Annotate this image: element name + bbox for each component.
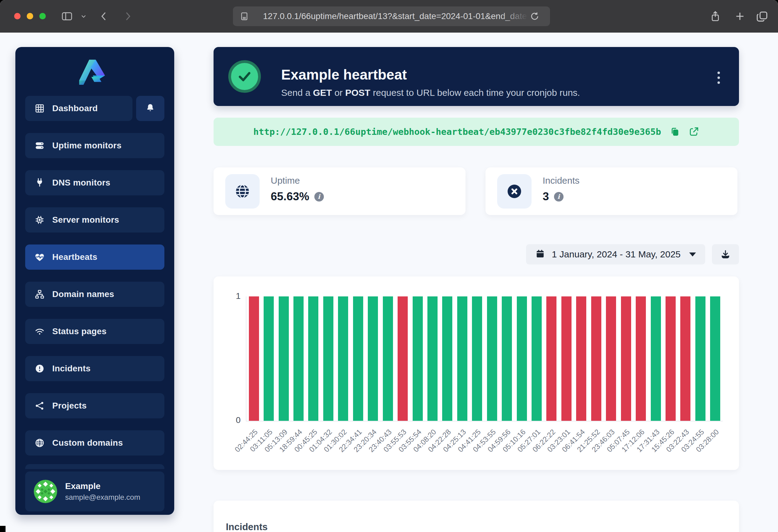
incidents-section-title: Incidents xyxy=(226,522,267,532)
status-bar-up[interactable] xyxy=(457,296,467,421)
main-content: Example heartbeat Send a GET or POST req… xyxy=(214,47,739,106)
heartbeat-menu-button[interactable] xyxy=(711,69,726,86)
status-bar-up[interactable] xyxy=(442,296,452,421)
heartbeat-header-card: Example heartbeat Send a GET or POST req… xyxy=(214,47,739,106)
chevron-down-icon[interactable] xyxy=(80,0,87,32)
sidebar-item-uptime-monitors[interactable]: Uptime monitors xyxy=(25,133,164,158)
bar-chart-plot xyxy=(246,296,723,422)
sidebar-item-incidents[interactable]: Incidents xyxy=(25,356,164,381)
forward-button[interactable] xyxy=(122,0,133,32)
bar-slot xyxy=(499,296,514,421)
app-logo xyxy=(15,57,174,87)
share-icon[interactable] xyxy=(709,0,721,32)
sidebar-item-heartbeats[interactable]: Heartbeats xyxy=(25,245,164,270)
status-bar-up[interactable] xyxy=(532,296,542,421)
status-bar-up[interactable] xyxy=(323,296,333,421)
status-bar-up[interactable] xyxy=(487,296,497,421)
status-bar-up[interactable] xyxy=(427,296,438,421)
status-bar-down[interactable] xyxy=(576,296,586,421)
status-bar-down[interactable] xyxy=(636,296,646,421)
subtitle-text: request to URL below each time your cron… xyxy=(370,88,580,98)
copy-icon[interactable] xyxy=(670,126,680,137)
uptime-chart-card: 1 0 02:44:2503:11:0505:13:0918:59:4400:4… xyxy=(214,276,739,470)
address-bar[interactable]: 127.0.0.1/66uptime/heartbeat/13?&start_d… xyxy=(233,6,550,26)
incidents-stat-card: Incidents 3 i xyxy=(485,167,737,215)
dns-plug-icon xyxy=(34,178,45,188)
sidebar-item-status-pages[interactable]: Status pages xyxy=(25,319,164,344)
download-button[interactable] xyxy=(712,244,739,264)
sidebar-item-label: Status pages xyxy=(52,327,106,336)
minimize-window-button[interactable] xyxy=(27,13,33,19)
status-bar-down[interactable] xyxy=(561,296,571,421)
status-bar-down[interactable] xyxy=(591,296,601,421)
external-link-icon[interactable] xyxy=(689,126,699,137)
bar-slot xyxy=(470,296,484,421)
heartbeat-icon xyxy=(34,252,45,262)
status-bar-up[interactable] xyxy=(710,296,720,421)
status-bar-up[interactable] xyxy=(695,296,705,421)
sidebar-item-label: Projects xyxy=(52,401,87,411)
status-bar-up[interactable] xyxy=(502,296,512,421)
sidebar-toggle-icon[interactable] xyxy=(61,0,73,32)
reload-icon[interactable] xyxy=(530,6,540,26)
tab-overview-icon[interactable] xyxy=(755,0,769,32)
status-bar-up[interactable] xyxy=(413,296,423,421)
sidebar-item-domain-names[interactable]: Domain names xyxy=(25,282,164,307)
status-bar-up[interactable] xyxy=(279,296,289,421)
sidebar-item-label: Custom domains xyxy=(52,438,123,448)
bar-slot xyxy=(693,296,708,421)
sidebar-item-custom-domains[interactable]: Custom domains xyxy=(25,430,164,455)
date-range-picker[interactable]: 1 January, 2024 - 31 May, 2025 xyxy=(526,244,705,264)
notifications-button[interactable] xyxy=(136,96,164,121)
sidebar-item-projects[interactable]: Projects xyxy=(25,393,164,418)
sidebar: DashboardUptime monitorsDNS monitorsServ… xyxy=(15,47,174,515)
bar-slot xyxy=(589,296,604,421)
sidebar-item-server-monitors[interactable]: Server monitors xyxy=(25,207,164,233)
profile-email: sample@example.com xyxy=(65,493,140,502)
status-bar-up[interactable] xyxy=(353,296,363,421)
status-bar-down[interactable] xyxy=(249,296,259,421)
status-bar-down[interactable] xyxy=(666,296,676,421)
bar-slot xyxy=(366,296,380,421)
status-bar-up[interactable] xyxy=(338,296,348,421)
status-bar-down[interactable] xyxy=(680,296,690,421)
url-fade xyxy=(500,7,528,25)
status-bar-up[interactable] xyxy=(383,296,393,421)
status-bar-up[interactable] xyxy=(294,296,304,421)
close-window-button[interactable] xyxy=(14,13,20,19)
y-axis-tick-1: 1 xyxy=(222,291,241,301)
sidebar-item-label: DNS monitors xyxy=(52,178,110,188)
sidebar-item-dns-monitors[interactable]: DNS monitors xyxy=(25,170,164,195)
status-bar-down[interactable] xyxy=(546,296,556,421)
status-bar-up[interactable] xyxy=(264,296,274,421)
bar-slot xyxy=(484,296,499,421)
status-bar-down[interactable] xyxy=(398,296,408,421)
status-bar-up[interactable] xyxy=(651,296,661,421)
profile-card[interactable]: Example sample@example.com xyxy=(25,471,164,511)
status-bar-up[interactable] xyxy=(517,296,527,421)
wifi-icon xyxy=(34,326,45,337)
status-bar-up[interactable] xyxy=(472,296,482,421)
bar-slot xyxy=(708,296,723,421)
bar-slot xyxy=(648,296,663,421)
status-bar-down[interactable] xyxy=(606,296,616,421)
uptime-stat-card: Uptime 65.63% i xyxy=(214,167,466,215)
bar-slot xyxy=(276,296,291,421)
new-tab-icon[interactable] xyxy=(734,0,746,32)
status-bar-down[interactable] xyxy=(621,296,631,421)
sidebar-item-dashboard[interactable]: Dashboard xyxy=(25,96,133,121)
bar-slot xyxy=(291,296,306,421)
page-settings-icon[interactable] xyxy=(240,6,249,26)
back-button[interactable] xyxy=(98,0,109,32)
uptime-info-icon[interactable]: i xyxy=(314,192,324,201)
y-axis-tick-0: 0 xyxy=(222,415,241,425)
zoom-window-button[interactable] xyxy=(39,13,46,19)
status-bar-up[interactable] xyxy=(308,296,318,421)
browser-chrome: 127.0.0.1/66uptime/heartbeat/13?&start_d… xyxy=(0,0,778,32)
sidebar-item-partial[interactable] xyxy=(25,464,164,469)
status-ok-icon xyxy=(228,60,261,93)
webhook-url-text: http://127.0.0.1/66uptime/webhook-heartb… xyxy=(253,126,661,137)
calendar-icon xyxy=(535,249,545,260)
incidents-info-icon[interactable]: i xyxy=(554,192,563,201)
status-bar-up[interactable] xyxy=(368,296,378,421)
